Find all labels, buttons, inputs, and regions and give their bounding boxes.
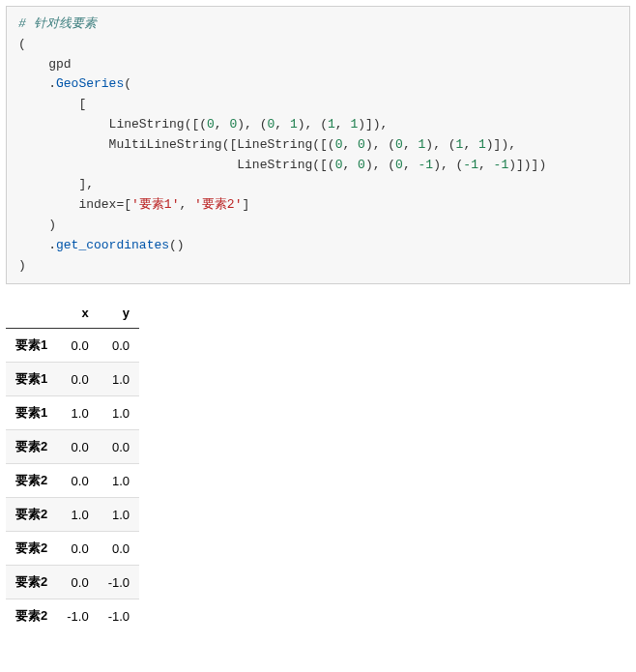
row-index: 要素2 [6, 464, 57, 498]
col-header-x: x [57, 298, 98, 329]
table-row: 要素20.00.0 [6, 430, 139, 464]
cell-x: 0.0 [57, 532, 98, 566]
cell-x: 0.0 [57, 464, 98, 498]
table-row: 要素20.01.0 [6, 464, 139, 498]
cell-y: -1.0 [99, 599, 139, 633]
code-comment: # 针对线要素 [18, 16, 97, 31]
cell-y: 1.0 [99, 464, 139, 498]
cell-x: 0.0 [57, 363, 98, 396]
cell-x: 1.0 [57, 396, 98, 430]
code-line: [ [18, 97, 86, 111]
code-line: ], [18, 177, 94, 191]
code-method: get_coordinates [56, 238, 169, 252]
cell-y: 0.0 [99, 329, 139, 363]
cell-y: -1.0 [99, 566, 139, 599]
table-row: 要素21.01.0 [6, 498, 139, 532]
cell-y: 1.0 [99, 363, 139, 396]
code-line: gpd [18, 57, 72, 72]
row-index: 要素2 [6, 532, 57, 566]
code-string: '要素2' [194, 197, 242, 212]
code-paren: ( [124, 76, 131, 91]
row-index: 要素2 [6, 599, 57, 633]
code-method: GeoSeries [56, 76, 124, 91]
cell-x: 1.0 [57, 498, 98, 532]
col-header-y: y [99, 298, 139, 329]
code-text: MultiLineString([LineString([( [18, 137, 335, 152]
code-paren: () [169, 238, 185, 252]
code-text: LineString([( [18, 158, 335, 172]
row-index: 要素2 [6, 498, 57, 532]
table-row: 要素20.0-1.0 [6, 566, 139, 599]
code-kwarg: index [18, 197, 116, 212]
table-row: 要素10.00.0 [6, 329, 139, 363]
row-index: 要素1 [6, 329, 57, 363]
output-dataframe: x y 要素10.00.0要素10.01.0要素11.01.0要素20.00.0… [6, 298, 139, 632]
row-index: 要素1 [6, 363, 57, 396]
code-string: '要素1' [131, 197, 179, 212]
cell-y: 1.0 [99, 498, 139, 532]
code-line: ) [18, 258, 26, 273]
cell-y: 0.0 [99, 430, 139, 464]
cell-x: 0.0 [57, 430, 98, 464]
index-header [6, 298, 57, 329]
row-index: 要素2 [6, 430, 57, 464]
table-row: 要素11.01.0 [6, 396, 139, 430]
code-line: ) [18, 218, 56, 232]
row-index: 要素2 [6, 566, 57, 599]
table-row: 要素20.00.0 [6, 532, 139, 566]
table-header-row: x y [6, 298, 139, 329]
row-index: 要素1 [6, 396, 57, 430]
table-row: 要素2-1.0-1.0 [6, 599, 139, 633]
code-line: ( [18, 37, 26, 51]
cell-y: 0.0 [99, 532, 139, 566]
code-cell: # 针对线要素 ( gpd .GeoSeries( [ LineString([… [6, 6, 630, 284]
cell-y: 1.0 [99, 396, 139, 430]
code-dot: . [18, 238, 56, 252]
code-dot: . [18, 76, 56, 91]
table-row: 要素10.01.0 [6, 363, 139, 396]
code-text: LineString([( [18, 117, 207, 131]
cell-x: 0.0 [57, 329, 98, 363]
cell-x: -1.0 [57, 599, 98, 633]
cell-x: 0.0 [57, 566, 98, 599]
